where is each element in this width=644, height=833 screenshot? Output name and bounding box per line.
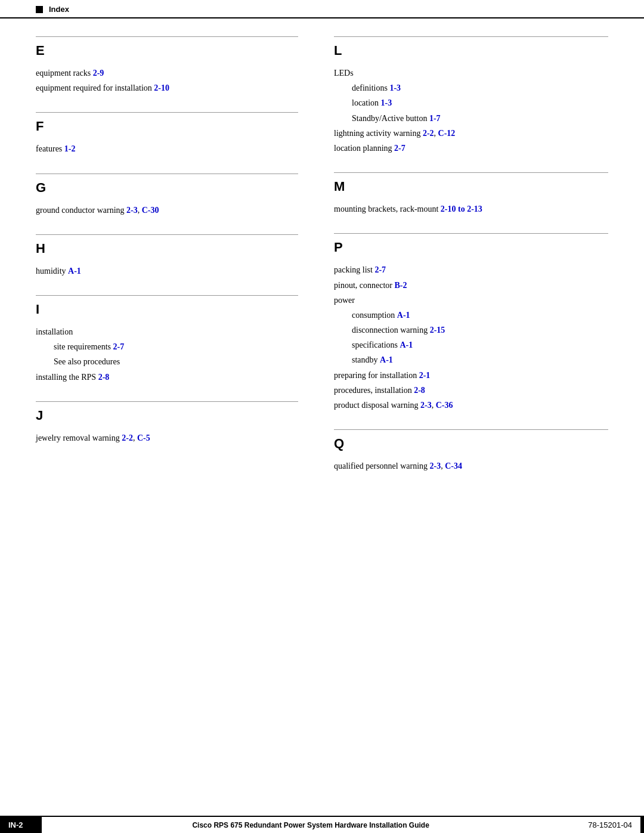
entry-pinout: pinout, connector B-2 <box>334 278 608 293</box>
entries-I: installation site requirements 2-7 See a… <box>36 324 298 385</box>
divider-H <box>36 234 298 235</box>
entry-features: features 1-2 <box>36 141 298 156</box>
entry-leds: LEDs <box>334 66 608 80</box>
link-qualified-C-34[interactable]: C-34 <box>445 462 462 470</box>
subentry-site-requirements: site requirements 2-7 <box>36 339 298 354</box>
link-standby-A-1[interactable]: A-1 <box>380 355 393 364</box>
left-column: E equipment racks 2-9 equipment required… <box>36 36 322 490</box>
link-location-1-3[interactable]: 1-3 <box>381 98 392 107</box>
link-ground-C-30[interactable]: C-30 <box>142 206 159 215</box>
main-content: E equipment racks 2-9 equipment required… <box>0 18 644 490</box>
section-Q: Q qualified personnel warning 2-3, C-34 <box>334 429 608 473</box>
link-mounting-2-10-2-13[interactable]: 2-10 to 2-13 <box>441 205 482 213</box>
entry-mounting: mounting brackets, rack-mount 2-10 to 2-… <box>334 202 608 216</box>
divider-P <box>334 233 608 234</box>
section-J: J jewelry removal warning 2-2, C-5 <box>36 401 298 445</box>
entries-E: equipment racks 2-9 equipment required f… <box>36 66 298 95</box>
section-header-L: L <box>334 43 608 58</box>
link-qualified-2-3[interactable]: 2-3 <box>430 462 441 470</box>
link-packing-2-7[interactable]: 2-7 <box>374 265 386 274</box>
entry-preparing: preparing for installation 2-1 <box>334 368 608 383</box>
link-specs-A-1[interactable]: A-1 <box>400 340 413 349</box>
entry-qualified: qualified personnel warning 2-3, C-34 <box>334 459 608 473</box>
entry-jewelry: jewelry removal warning 2-2, C-5 <box>36 431 298 445</box>
section-header-P: P <box>334 240 608 255</box>
entry-ground-conductor: ground conductor warning 2-3, C-30 <box>36 203 298 218</box>
footer: IN-2 Cisco RPS 675 Redundant Power Syste… <box>0 816 644 833</box>
subentry-standby: standby A-1 <box>334 352 608 367</box>
footer-page-number: IN-2 <box>0 817 42 833</box>
link-equipment-required-2-10[interactable]: 2-10 <box>154 83 169 92</box>
top-bar: Index <box>0 0 644 18</box>
section-header-M: M <box>334 179 608 194</box>
entry-installing-rps: installing the RPS 2-8 <box>36 370 298 385</box>
subentry-definitions: definitions 1-3 <box>334 80 608 95</box>
section-header-E: E <box>36 43 298 58</box>
entries-P: packing list 2-7 pinout, connector B-2 p… <box>334 262 608 413</box>
link-location-planning-2-7[interactable]: 2-7 <box>394 144 405 153</box>
divider-Q <box>334 429 608 430</box>
entries-Q: qualified personnel warning 2-3, C-34 <box>334 459 608 473</box>
divider-M <box>334 172 608 173</box>
link-disconnection-2-15[interactable]: 2-15 <box>430 326 445 335</box>
subentry-disconnection: disconnection warning 2-15 <box>334 323 608 337</box>
entry-installation: installation <box>36 324 298 339</box>
entry-equipment-racks: equipment racks 2-9 <box>36 66 298 80</box>
divider-G <box>36 174 298 174</box>
link-ground-2-3[interactable]: 2-3 <box>126 206 138 215</box>
link-lightning-C-12[interactable]: C-12 <box>438 129 456 138</box>
link-humidity-A-1[interactable]: A-1 <box>68 267 81 275</box>
entry-lightning: lightning activity warning 2-2, C-12 <box>334 126 608 141</box>
link-jewelry-2-2[interactable]: 2-2 <box>122 433 133 442</box>
entries-F: features 1-2 <box>36 141 298 156</box>
divider-J <box>36 401 298 402</box>
link-definitions-1-3[interactable]: 1-3 <box>389 83 401 92</box>
section-P: P packing list 2-7 pinout, connector B-2… <box>334 233 608 413</box>
link-standby-active-1-7[interactable]: 1-7 <box>429 114 441 123</box>
link-equipment-racks-2-9[interactable]: 2-9 <box>93 69 104 78</box>
entry-procedures: procedures, installation 2-8 <box>334 383 608 398</box>
section-M: M mounting brackets, rack-mount 2-10 to … <box>334 172 608 216</box>
entry-power: power <box>334 293 608 308</box>
subentry-standby-active: Standby/Active button 1-7 <box>334 111 608 126</box>
section-header-I: I <box>36 302 298 317</box>
entries-J: jewelry removal warning 2-2, C-5 <box>36 431 298 445</box>
link-lightning-2-2[interactable]: 2-2 <box>423 129 434 138</box>
page: Index E equipment racks 2-9 equipment re… <box>0 0 644 833</box>
footer-doc-number: 78-15201-04 <box>580 817 640 833</box>
entries-G: ground conductor warning 2-3, C-30 <box>36 203 298 218</box>
link-site-req-2-7[interactable]: 2-7 <box>113 342 125 351</box>
index-indicator <box>36 6 43 13</box>
section-header-G: G <box>36 180 298 196</box>
link-disposal-C-36[interactable]: C-36 <box>436 401 453 410</box>
right-column: L LEDs definitions 1-3 location 1-3 Stan… <box>322 36 608 490</box>
index-label: Index <box>49 5 69 14</box>
entries-L: LEDs definitions 1-3 location 1-3 Standb… <box>334 66 608 156</box>
entry-packing-list: packing list 2-7 <box>334 262 608 277</box>
divider-F <box>36 112 298 113</box>
subentry-consumption: consumption A-1 <box>334 308 608 323</box>
divider-I <box>36 295 298 296</box>
link-features-1-2[interactable]: 1-2 <box>64 144 76 153</box>
section-header-Q: Q <box>334 436 608 451</box>
section-header-F: F <box>36 119 298 134</box>
subentry-specifications: specifications A-1 <box>334 337 608 352</box>
link-procedures-2-8[interactable]: 2-8 <box>414 386 425 395</box>
link-disposal-2-3[interactable]: 2-3 <box>420 401 432 410</box>
entry-humidity: humidity A-1 <box>36 264 298 278</box>
subentry-location: location 1-3 <box>334 95 608 110</box>
link-pinout-B-2[interactable]: B-2 <box>394 281 407 290</box>
section-header-H: H <box>36 241 298 256</box>
section-E: E equipment racks 2-9 equipment required… <box>36 36 298 95</box>
section-G: G ground conductor warning 2-3, C-30 <box>36 174 298 218</box>
link-consumption-A-1[interactable]: A-1 <box>397 311 410 320</box>
section-F: F features 1-2 <box>36 112 298 156</box>
footer-title: Cisco RPS 675 Redundant Power System Har… <box>42 817 580 833</box>
entries-H: humidity A-1 <box>36 264 298 278</box>
link-jewelry-C-5[interactable]: C-5 <box>137 433 150 442</box>
link-installing-rps-2-8[interactable]: 2-8 <box>98 373 110 382</box>
entries-M: mounting brackets, rack-mount 2-10 to 2-… <box>334 202 608 216</box>
section-L: L LEDs definitions 1-3 location 1-3 Stan… <box>334 36 608 156</box>
section-header-J: J <box>36 408 298 423</box>
link-preparing-2-1[interactable]: 2-1 <box>419 371 431 380</box>
